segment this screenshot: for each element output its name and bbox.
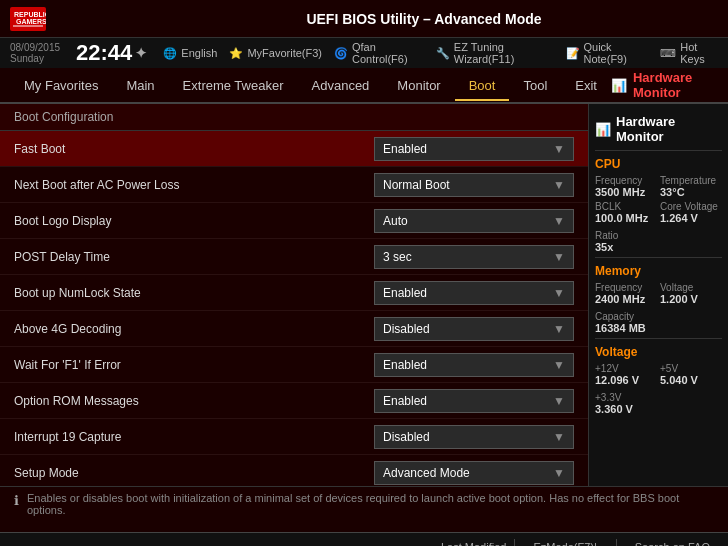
hw-memory-grid: Frequency 2400 MHz Voltage 1.200 V <box>595 282 722 305</box>
chevron-down-icon: ▼ <box>553 322 565 336</box>
hw-voltage-title: Voltage <box>595 345 722 359</box>
bottom-bar: Last Modified EzMode(F7)|→ Search on FAQ <box>0 532 728 546</box>
bios-title: UEFI BIOS Utility – Advanced Mode <box>130 11 718 27</box>
hw-cpu-title: CPU <box>595 157 722 171</box>
row-4g-decoding[interactable]: Above 4G Decoding Disabled ▼ <box>0 311 588 347</box>
tab-exit[interactable]: Exit <box>561 72 611 99</box>
last-modified-button[interactable]: Last Modified <box>433 539 515 547</box>
ezmode-button[interactable]: EzMode(F7)|→ <box>525 539 616 547</box>
label-4g-decoding: Above 4G Decoding <box>14 322 374 336</box>
date-block: 08/09/2015 Sunday <box>10 42 60 64</box>
tab-main[interactable]: Main <box>112 72 168 99</box>
row-post-delay[interactable]: POST Delay Time 3 sec ▼ <box>0 239 588 275</box>
hw-cpu-temp-label: Temperature 33°C <box>660 175 722 198</box>
hw-cpu-freq-label: Frequency 3500 MHz <box>595 175 657 198</box>
label-fast-boot: Fast Boot <box>14 142 374 156</box>
hw-memory-title: Memory <box>595 264 722 278</box>
monitor-icon: 📊 <box>611 78 627 93</box>
hw-mem-cap-block: Capacity 16384 MB <box>595 311 722 334</box>
select-post-delay[interactable]: 3 sec ▼ <box>374 245 574 269</box>
row-interrupt-19[interactable]: Interrupt 19 Capture Disabled ▼ <box>0 419 588 455</box>
hw-mem-freq-block: Frequency 2400 MHz <box>595 282 657 305</box>
day: Sunday <box>10 53 60 64</box>
quicknote-icon-item[interactable]: 📝 Quick Note(F9) <box>566 41 649 65</box>
english-icon-item[interactable]: 🌐 English <box>163 47 217 60</box>
select-option-rom[interactable]: Enabled ▼ <box>374 389 574 413</box>
hardware-monitor-nav[interactable]: 📊 Hardware Monitor <box>611 70 718 100</box>
hw-cpu-grid: Frequency 3500 MHz Temperature 33°C BCLK… <box>595 175 722 224</box>
rog-logo: REPUBLIC GAMERS <box>10 7 46 31</box>
eztuning-icon-item[interactable]: 🔧 EZ Tuning Wizard(F11) <box>436 41 554 65</box>
search-faq-button[interactable]: Search on FAQ <box>627 539 718 547</box>
date: 08/09/2015 <box>10 42 60 53</box>
label-post-delay: POST Delay Time <box>14 250 374 264</box>
svg-text:REPUBLIC: REPUBLIC <box>14 11 46 18</box>
hw-monitor-title: 📊 Hardware Monitor <box>595 110 722 151</box>
label-setup-mode: Setup Mode <box>14 466 374 480</box>
row-fast-boot[interactable]: Fast Boot Enabled ▼ <box>0 131 588 167</box>
select-interrupt-19[interactable]: Disabled ▼ <box>374 425 574 449</box>
chevron-down-icon: ▼ <box>553 358 565 372</box>
main-layout: Boot Configuration Fast Boot Enabled ▼ N… <box>0 104 728 486</box>
time-icons: 🌐 English ⭐ MyFavorite(F3) 🌀 Qfan Contro… <box>163 41 718 65</box>
hw-mem-volt-block: Voltage 1.200 V <box>660 282 722 305</box>
hw-cpu-corevolt-label: Core Voltage 1.264 V <box>660 201 722 224</box>
hotkeys-icon-item[interactable]: ⌨ Hot Keys <box>660 41 718 65</box>
tab-extreme-tweaker[interactable]: Extreme Tweaker <box>169 72 298 99</box>
hw-v33-block: +3.3V 3.360 V <box>595 392 722 415</box>
chevron-down-icon: ▼ <box>553 286 565 300</box>
label-boot-logo: Boot Logo Display <box>14 214 374 228</box>
tab-tool[interactable]: Tool <box>509 72 561 99</box>
svg-text:GAMERS: GAMERS <box>16 18 46 25</box>
time-bar: 08/09/2015 Sunday 22:44 ✦ 🌐 English ⭐ My… <box>0 38 728 68</box>
label-interrupt-19: Interrupt 19 Capture <box>14 430 374 444</box>
hw-cpu-ratio-block: Ratio 35x <box>595 230 722 253</box>
info-icon: ℹ <box>14 493 19 508</box>
hw-v5-block: +5V 5.040 V <box>660 363 722 386</box>
chevron-down-icon: ▼ <box>553 250 565 264</box>
select-next-boot[interactable]: Normal Boot ▼ <box>374 173 574 197</box>
select-numlock[interactable]: Enabled ▼ <box>374 281 574 305</box>
tab-advanced[interactable]: Advanced <box>298 72 384 99</box>
nav-tabs: My Favorites Main Extreme Tweaker Advanc… <box>0 68 728 104</box>
clock: 22:44 ✦ <box>76 40 147 66</box>
section-header: Boot Configuration <box>0 104 588 131</box>
select-wait-f1[interactable]: Enabled ▼ <box>374 353 574 377</box>
info-text: Enables or disables boot with initializa… <box>27 492 714 516</box>
qfan-icon-item[interactable]: 🌀 Qfan Control(F6) <box>334 41 424 65</box>
label-wait-f1: Wait For 'F1' If Error <box>14 358 374 372</box>
label-numlock: Boot up NumLock State <box>14 286 374 300</box>
left-content: Boot Configuration Fast Boot Enabled ▼ N… <box>0 104 588 486</box>
top-bar: REPUBLIC GAMERS UEFI BIOS Utility – Adva… <box>0 0 728 38</box>
logo-area: REPUBLIC GAMERS <box>10 7 130 31</box>
hw-divider-1 <box>595 257 722 258</box>
select-4g-decoding[interactable]: Disabled ▼ <box>374 317 574 341</box>
chevron-down-icon: ▼ <box>553 214 565 228</box>
clock-icon: ✦ <box>135 45 147 61</box>
label-next-boot: Next Boot after AC Power Loss <box>14 178 374 192</box>
bottom-info: ℹ Enables or disables boot with initiali… <box>0 486 728 532</box>
select-fast-boot[interactable]: Enabled ▼ <box>374 137 574 161</box>
label-option-rom: Option ROM Messages <box>14 394 374 408</box>
row-setup-mode[interactable]: Setup Mode Advanced Mode ▼ <box>0 455 588 486</box>
hw-v12-block: +12V 12.096 V <box>595 363 657 386</box>
hw-voltage-grid: +12V 12.096 V +5V 5.040 V <box>595 363 722 386</box>
select-boot-logo[interactable]: Auto ▼ <box>374 209 574 233</box>
hw-divider-2 <box>595 338 722 339</box>
chevron-down-icon: ▼ <box>553 430 565 444</box>
select-setup-mode[interactable]: Advanced Mode ▼ <box>374 461 574 485</box>
chevron-down-icon: ▼ <box>553 466 565 480</box>
hw-cpu-bclk-label: BCLK 100.0 MHz <box>595 201 657 224</box>
myfavorite-icon-item[interactable]: ⭐ MyFavorite(F3) <box>229 47 322 60</box>
chevron-down-icon: ▼ <box>553 178 565 192</box>
row-boot-logo[interactable]: Boot Logo Display Auto ▼ <box>0 203 588 239</box>
chevron-down-icon: ▼ <box>553 394 565 408</box>
row-numlock[interactable]: Boot up NumLock State Enabled ▼ <box>0 275 588 311</box>
tab-monitor[interactable]: Monitor <box>383 72 454 99</box>
right-panel: 📊 Hardware Monitor CPU Frequency 3500 MH… <box>588 104 728 486</box>
tab-boot[interactable]: Boot <box>455 72 510 101</box>
tab-my-favorites[interactable]: My Favorites <box>10 72 112 99</box>
row-option-rom[interactable]: Option ROM Messages Enabled ▼ <box>0 383 588 419</box>
row-wait-f1[interactable]: Wait For 'F1' If Error Enabled ▼ <box>0 347 588 383</box>
row-next-boot[interactable]: Next Boot after AC Power Loss Normal Boo… <box>0 167 588 203</box>
